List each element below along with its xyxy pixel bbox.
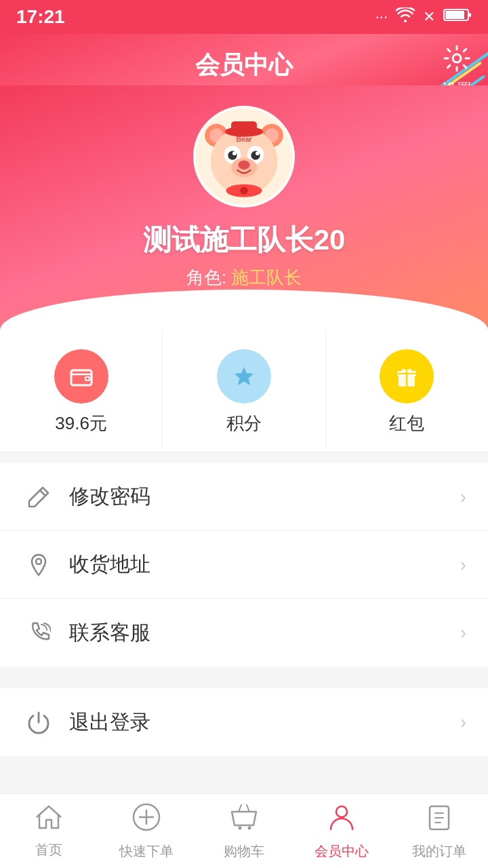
stat-points-label: 积分 bbox=[226, 412, 262, 435]
menu-label-customer-service: 联系客服 bbox=[69, 619, 460, 647]
status-time: 17:21 bbox=[16, 6, 65, 28]
menu-section-main: 修改密码 › 收货地址 › 联系客服 › bbox=[0, 463, 488, 667]
stat-points[interactable]: 积分 bbox=[163, 330, 325, 452]
svg-point-32 bbox=[248, 826, 251, 829]
stat-redpack[interactable]: 红包 bbox=[326, 330, 488, 452]
svg-point-31 bbox=[239, 826, 242, 829]
svg-rect-2 bbox=[469, 13, 471, 17]
menu-label-change-password: 修改密码 bbox=[69, 483, 460, 511]
wallet-icon-circle bbox=[54, 349, 108, 403]
menu-item-address[interactable]: 收货地址 › bbox=[0, 531, 488, 599]
page-header: 会员中心 设置 bbox=[0, 34, 488, 85]
svg-point-17 bbox=[238, 161, 249, 170]
svg-point-29 bbox=[36, 559, 41, 564]
role-row: 角色: 施工队长 bbox=[186, 266, 302, 290]
gear-icon bbox=[443, 45, 470, 78]
svg-point-3 bbox=[453, 54, 461, 62]
stat-redpack-label: 红包 bbox=[389, 412, 424, 435]
wifi-icon bbox=[396, 7, 415, 26]
role-value: 施工队长 bbox=[231, 267, 302, 288]
page-title: 会员中心 bbox=[195, 49, 293, 82]
status-bar: 17:21 ··· ✕ bbox=[0, 0, 488, 34]
chevron-right-icon: › bbox=[460, 711, 466, 733]
status-icons: ··· ✕ bbox=[375, 7, 472, 26]
person-icon bbox=[327, 802, 357, 838]
nav-label-home: 首页 bbox=[35, 841, 62, 859]
svg-rect-22 bbox=[231, 121, 257, 133]
svg-text:Bear: Bear bbox=[236, 136, 251, 143]
gift-icon-circle bbox=[380, 349, 434, 403]
menu-divider bbox=[0, 667, 488, 677]
phone-icon bbox=[22, 620, 56, 645]
nav-item-member[interactable]: 会员中心 bbox=[293, 794, 390, 868]
chevron-right-icon: › bbox=[460, 622, 466, 644]
profile-section: Bear 测试施工队长20 角色: 施工队长 bbox=[0, 85, 488, 330]
profile-wave-divider bbox=[0, 290, 488, 330]
battery-icon bbox=[443, 7, 472, 26]
settings-button[interactable]: 设置 bbox=[442, 45, 472, 85]
stats-row: 39.6元 积分 红包 bbox=[0, 330, 488, 452]
menu-item-customer-service[interactable]: 联系客服 › bbox=[0, 599, 488, 667]
close-icon: ✕ bbox=[423, 8, 435, 26]
svg-point-33 bbox=[336, 806, 347, 817]
chevron-right-icon: › bbox=[460, 486, 466, 508]
nav-item-cart[interactable]: 购物车 bbox=[195, 794, 293, 868]
menu-item-change-password[interactable]: 修改密码 › bbox=[0, 463, 488, 531]
menu-label-logout: 退出登录 bbox=[69, 709, 460, 736]
menu-item-logout[interactable]: 退出登录 › bbox=[0, 688, 488, 756]
menu-section-logout: 退出登录 › bbox=[0, 688, 488, 756]
signal-icon: ··· bbox=[375, 8, 388, 26]
nav-item-my-orders[interactable]: 我的订单 bbox=[390, 794, 488, 868]
nav-item-quick-order[interactable]: 快速下单 bbox=[98, 794, 195, 868]
stat-wallet[interactable]: 39.6元 bbox=[0, 330, 163, 452]
power-icon bbox=[22, 710, 56, 734]
settings-label: 设置 bbox=[442, 79, 472, 85]
nav-label-member: 会员中心 bbox=[314, 842, 369, 861]
nav-label-quick-order: 快速下单 bbox=[119, 842, 174, 861]
order-icon bbox=[424, 802, 454, 838]
svg-point-14 bbox=[232, 151, 237, 155]
edit-icon bbox=[22, 485, 56, 509]
nav-item-home[interactable]: 首页 bbox=[0, 794, 98, 868]
chevron-right-icon: › bbox=[460, 554, 466, 576]
svg-point-25 bbox=[86, 378, 89, 380]
svg-point-15 bbox=[256, 151, 260, 155]
svg-point-19 bbox=[240, 186, 247, 194]
menu-label-address: 收货地址 bbox=[69, 551, 460, 578]
stat-wallet-value: 39.6元 bbox=[55, 412, 107, 435]
svg-marker-26 bbox=[235, 367, 253, 385]
star-icon-circle bbox=[217, 349, 271, 403]
nav-label-cart: 购物车 bbox=[224, 842, 264, 861]
svg-rect-1 bbox=[445, 11, 464, 19]
avatar: Bear bbox=[193, 106, 295, 208]
nav-label-my-orders: 我的订单 bbox=[412, 842, 466, 861]
home-icon bbox=[34, 804, 64, 837]
bottom-nav: 首页 快速下单 购物车 会员中心 bbox=[0, 793, 488, 868]
role-prefix: 角色: bbox=[186, 267, 226, 288]
basket-icon bbox=[229, 802, 259, 838]
location-icon bbox=[22, 553, 56, 577]
header-top: 会员中心 设置 bbox=[16, 45, 472, 85]
plus-circle-icon bbox=[131, 802, 161, 838]
username: 测试施工队长20 bbox=[143, 221, 346, 259]
